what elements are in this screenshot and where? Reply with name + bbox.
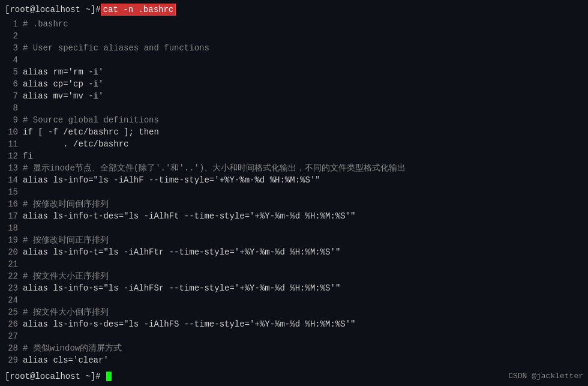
terminal-line: 1# .bashrc <box>5 18 583 30</box>
terminal-line: 7alias mv='mv -i' <box>5 90 583 102</box>
line-number: 5 <box>5 66 23 78</box>
line-text: # User specific aliases and functions <box>23 42 209 54</box>
line-text: # 按文件大小倒序排列 <box>23 306 109 318</box>
terminal-line: 2 <box>5 30 583 42</box>
line-number: 22 <box>5 270 23 282</box>
terminal-line: 9# Source global definitions <box>5 114 583 126</box>
line-text: . /etc/bashrc <box>23 138 128 150</box>
line-number: 11 <box>5 138 23 150</box>
terminal-line: 19# 按修改时间正序排列 <box>5 234 583 246</box>
line-number: 4 <box>5 54 23 66</box>
terminal-line: 14alias ls-info="ls -iAlhF --time-style=… <box>5 174 583 186</box>
terminal-line: 5alias rm='rm -i' <box>5 66 583 78</box>
line-number: 16 <box>5 198 23 210</box>
line-text: # 显示inode节点、全部文件(除了'.'和'..')、大小和时间格式化输出，… <box>23 162 406 174</box>
line-number: 26 <box>5 318 23 330</box>
top-command: cat -n .bashrc <box>101 4 176 16</box>
terminal-line: 13# 显示inode节点、全部文件(除了'.'和'..')、大小和时间格式化输… <box>5 162 583 174</box>
terminal-line: 15 <box>5 186 583 198</box>
line-number: 1 <box>5 18 23 30</box>
line-text: alias ls-info-s="ls -iAlhFSr --time-styl… <box>23 282 340 294</box>
terminal-line: 17alias ls-info-t-des="ls -iAlhFt --time… <box>5 210 583 222</box>
content-area: 1# .bashrc23# User specific aliases and … <box>0 18 588 369</box>
terminal-line: 11 . /etc/bashrc <box>5 138 583 150</box>
line-number: 6 <box>5 78 23 90</box>
line-number: 3 <box>5 42 23 54</box>
terminal-line: 26alias ls-info-s-des="ls -iAlhFS --time… <box>5 318 583 330</box>
line-number: 20 <box>5 246 23 258</box>
line-text: alias cp='cp -i' <box>23 78 103 90</box>
terminal-line: 6alias cp='cp -i' <box>5 78 583 90</box>
top-prompt: [root@localhost ~]# <box>5 5 101 14</box>
line-number: 25 <box>5 306 23 318</box>
line-text: alias mv='mv -i' <box>23 90 103 102</box>
terminal-line: 23alias ls-info-s="ls -iAlhFSr --time-st… <box>5 282 583 294</box>
line-text: alias cls='clear' <box>23 354 109 366</box>
terminal-line: 29alias cls='clear' <box>5 354 583 366</box>
line-number: 27 <box>5 330 23 342</box>
line-text: alias ls-info="ls -iAlhF --time-style='+… <box>23 174 320 186</box>
line-text: fi <box>23 150 33 162</box>
watermark: CSDN @jackletter <box>508 372 583 381</box>
line-text: # 按修改时间正序排列 <box>23 234 109 246</box>
terminal-line: 8 <box>5 102 583 114</box>
bottom-prompt: [root@localhost ~]# <box>5 372 112 381</box>
line-text: # Source global definitions <box>23 114 159 126</box>
terminal-line: 27 <box>5 330 583 342</box>
line-number: 9 <box>5 114 23 126</box>
line-number: 28 <box>5 342 23 354</box>
line-number: 10 <box>5 126 23 138</box>
terminal-line: 18 <box>5 222 583 234</box>
top-bar: [root@localhost ~]# cat -n .bashrc <box>0 2 588 18</box>
line-text: # .bashrc <box>23 18 68 30</box>
terminal-line: 24 <box>5 294 583 306</box>
terminal-line: 16# 按修改时间倒序排列 <box>5 198 583 210</box>
line-number: 17 <box>5 210 23 222</box>
line-number: 23 <box>5 282 23 294</box>
line-number: 21 <box>5 258 23 270</box>
line-number: 29 <box>5 354 23 366</box>
line-number: 8 <box>5 102 23 114</box>
line-number: 14 <box>5 174 23 186</box>
terminal-window: [root@localhost ~]# cat -n .bashrc 1# .b… <box>0 0 588 386</box>
terminal-line: 25# 按文件大小倒序排列 <box>5 306 583 318</box>
line-text: alias ls-info-s-des="ls -iAlhFS --time-s… <box>23 318 356 330</box>
terminal-line: 10if [ -f /etc/bashrc ]; then <box>5 126 583 138</box>
cursor <box>106 372 112 381</box>
terminal-line: 20alias ls-info-t="ls -iAlhFtr --time-st… <box>5 246 583 258</box>
terminal-line: 22# 按文件大小正序排列 <box>5 270 583 282</box>
line-text: # 类似window的清屏方式 <box>23 342 122 354</box>
terminal-line: 28# 类似window的清屏方式 <box>5 342 583 354</box>
terminal-line: 3# User specific aliases and functions <box>5 42 583 54</box>
line-number: 13 <box>5 162 23 174</box>
line-number: 18 <box>5 222 23 234</box>
line-number: 19 <box>5 234 23 246</box>
line-number: 2 <box>5 30 23 42</box>
line-text: # 按修改时间倒序排列 <box>23 198 109 210</box>
terminal-line: 21 <box>5 258 583 270</box>
line-text: alias ls-info-t-des="ls -iAlhFt --time-s… <box>23 210 356 222</box>
line-text: alias ls-info-t="ls -iAlhFtr --time-styl… <box>23 246 340 258</box>
line-number: 15 <box>5 186 23 198</box>
line-number: 24 <box>5 294 23 306</box>
terminal-line: 4 <box>5 54 583 66</box>
line-text: alias rm='rm -i' <box>23 66 103 78</box>
bottom-bar: [root@localhost ~]# CSDN @jackletter <box>0 369 588 384</box>
line-number: 7 <box>5 90 23 102</box>
terminal-line: 12fi <box>5 150 583 162</box>
line-text: if [ -f /etc/bashrc ]; then <box>23 126 159 138</box>
line-number: 12 <box>5 150 23 162</box>
line-text: # 按文件大小正序排列 <box>23 270 109 282</box>
